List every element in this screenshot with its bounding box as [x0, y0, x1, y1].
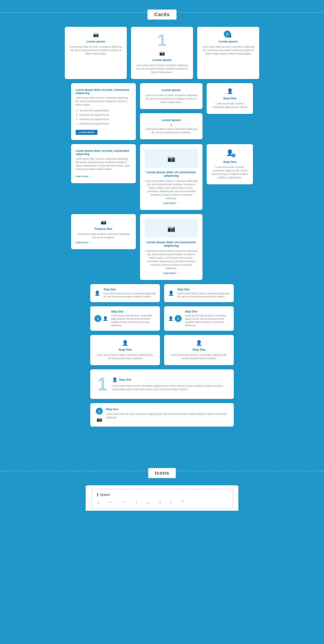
step-icon-wrap: 👤: [211, 88, 248, 94]
chevron-up-icon: ⌃: [181, 500, 184, 505]
hcard-title-1: Step One: [103, 288, 156, 291]
learn-more-button[interactable]: LEARN MORE: [76, 130, 97, 135]
card-lorem-2: Lorem ipsum Lorem ipsum dolor sit amet, …: [140, 83, 203, 109]
num-badge-3: 1: [175, 315, 182, 322]
icons-row: ↓ ← → ↑ ⌄ ‹ › ⌃: [97, 500, 227, 505]
card-step-one-small: 👤 Step One Lorem ipsum dolor sit amet, c…: [207, 83, 253, 114]
checklist-item-1: ✓Schedule your appointments: [76, 109, 131, 112]
big-num-title: Step One: [119, 378, 131, 381]
card-icon-wrap-2: 📷: [159, 50, 165, 56]
card-row3-title1: Lorem ipsum dolor sit amet, consectetur …: [76, 149, 131, 156]
card-title-row2-2: Lorem ipsum: [145, 88, 198, 92]
overlap-icons: 👤 1: [226, 149, 234, 156]
person-icon-s2: 👤: [169, 340, 229, 346]
card-title-row2-3: Lorem ipsum: [145, 118, 198, 122]
chevron-down-icon: ⌄: [147, 500, 150, 505]
learn-more-feature[interactable]: Learn more: [76, 241, 88, 244]
right-col: 👤 Step One Lorem ipsum dolor sit amet, c…: [207, 83, 253, 114]
system-label: System: [97, 493, 227, 496]
card-row-4: 📷 Feature One Lorem ipsum dolor sit amet…: [65, 214, 259, 280]
arrow-right-icon: →: [122, 500, 126, 505]
hcard-4: 👤 1 Step One Lorem ipsum dolor sit amet,…: [164, 306, 234, 331]
hcard-body-3: Lorem ipsum dolor sit amet, consectetur …: [111, 314, 156, 327]
person-icon-h3: 👤: [103, 316, 108, 321]
arrow-left-icon: ←: [108, 500, 113, 505]
hcard-body-1: Lorem ipsum dolor sit amet, consectetur …: [103, 292, 156, 298]
card-step-icon-1: 👤 Step One Lorem ipsum dolor sit amet, c…: [90, 335, 160, 365]
system-box: System ↓ ← → ↑ ⌄ ‹ › ⌃: [91, 489, 233, 509]
num-badge: 1: [232, 154, 235, 157]
step-icon-title-2: Step One: [169, 348, 229, 351]
main-content: 📷 Lorem ipsum Lorem ipsum dolor sit amet…: [58, 27, 266, 445]
hcard-icons-4: 👤 1: [168, 315, 182, 322]
check-icon-2: ✓: [76, 113, 78, 116]
big-num-text: 1: [97, 375, 108, 394]
card-body-row2-3: Lorem ipsum dolor sit amet, consectetur …: [145, 127, 198, 134]
card-badge-camera: 1 📷 Lorem ipsum Lorem ipsum dolor sit am…: [197, 27, 259, 79]
learn-more-link-3[interactable]: Learn more: [163, 272, 176, 274]
card-img-body-2: Lorem ipsum dolor sit amet, consectetur …: [145, 249, 198, 270]
arrow-down-icon: ↓: [97, 500, 99, 505]
person-icon-s1: 👤: [95, 340, 155, 346]
step-badge-icon-wrap: 👤 1: [211, 149, 248, 158]
checklist-card-title: Lorem ipsum dolor sit amet, consectetur …: [76, 88, 131, 95]
hcard-title-2: Step One: [177, 288, 230, 291]
checklist: ✓Schedule your appointments ✓Schedule yo…: [76, 109, 131, 125]
icons-section-title: Icons: [148, 468, 176, 478]
card-row3-body1: Lorem ipsum dolor sit amet, consectetur …: [76, 157, 131, 171]
checklist-item-3: ✓Schedule your appointments: [76, 118, 131, 121]
card-img-text-1: 📷 Lorem ipsum dolor sit consectetur adip…: [140, 144, 203, 210]
hcard-3: 1 👤 Step One Lorem ipsum dolor sit amet,…: [90, 306, 160, 331]
card-row-2: Lorem ipsum dolor sit amet, consectetur …: [65, 83, 259, 140]
hcard-content-2: Step One Lorem ipsum dolor sit amet, con…: [177, 288, 230, 298]
checklist-item-2: ✓Schedule your appointments: [76, 113, 131, 116]
feature-icon-wrap: 📷: [76, 219, 131, 225]
icons-section-header: Icons: [0, 458, 324, 485]
arrow-right-feature: →: [89, 241, 92, 244]
hcard-content-1: Step One Lorem ipsum dolor sit amet, con…: [103, 288, 156, 298]
cards-section-header: Cards: [0, 0, 324, 27]
badge-camera-icons: 1 📷: [96, 408, 103, 422]
learn-more-link-2[interactable]: Learn more: [163, 202, 176, 204]
arrow-up-icon: ↑: [135, 500, 137, 505]
hcard-icon-2: 👤: [168, 290, 174, 296]
badge-num-1: 1: [96, 408, 103, 415]
step-row-1: 👤 Step One Lorem ipsum dolor sit amet, c…: [90, 284, 234, 302]
feature-title: Feature One: [76, 227, 131, 230]
badge-camera-body: Lorem ipsum dolor sit amet, consectetur …: [106, 412, 228, 419]
card-feature: 📷 Feature One Lorem ipsum dolor sit amet…: [71, 214, 136, 249]
arrow-right-2: →: [177, 202, 179, 205]
card-title-1: Lorem ipsum: [69, 40, 122, 43]
camera-icon-feature: 📷: [101, 219, 106, 225]
card-icon-wrap: 📷: [69, 32, 122, 38]
camera-icon: 📷: [93, 32, 99, 38]
num-badge-2: 1: [94, 315, 101, 322]
card-bignum-camera: 1 📷 Lorem ipsum Lorem ipsum dolor sit am…: [131, 27, 193, 79]
chevron-left-icon: ‹: [159, 500, 161, 505]
card-body-2: Lorem ipsum dolor sit amet, consectetur …: [136, 64, 188, 74]
card-title-2: Lorem ipsum: [152, 58, 172, 62]
system-section: System ↓ ← → ↑ ⌄ ‹ › ⌃: [86, 485, 238, 511]
card-lorem-camera-1: 📷 Lorem ipsum Lorem ipsum dolor sit amet…: [65, 27, 127, 79]
number-badge-1: 1: [224, 30, 231, 38]
check-icon-4: ✓: [76, 122, 78, 125]
person-icon: 👤: [227, 88, 233, 94]
card-img-title-1: Lorem ipsum dolor sit consectetur adipis…: [145, 170, 198, 178]
step-icon-title-1: Step One: [95, 348, 155, 351]
badge-camera-content: Step One Lorem ipsum dolor sit amet, con…: [106, 408, 228, 419]
step-badge-body: Lorem ipsum dolor sit amet, consectetur …: [211, 166, 248, 179]
hcard-content-4: Step One Lorem ipsum dolor sit amet, con…: [185, 310, 230, 327]
hcard-body-4: Lorem ipsum dolor sit amet, consectetur …: [185, 314, 230, 327]
chevron-right-icon: ›: [170, 500, 172, 505]
card-body-3: Lorem ipsum dolor sit amet, consectetur …: [202, 45, 255, 56]
hcard-1: 👤 Step One Lorem ipsum dolor sit amet, c…: [90, 284, 160, 302]
learn-more-link-1[interactable]: Learn more: [76, 175, 88, 178]
arrow-right-3: →: [177, 272, 179, 275]
hcard-icon-1: 👤: [94, 290, 100, 296]
card-img-title-2: Lorem ipsum dolor sit consectetur adipis…: [145, 240, 198, 248]
card-img-body-1: Lorem ipsum dolor sit amet, consectetur …: [145, 179, 198, 200]
step-badge-title: Step One: [211, 160, 248, 164]
checklist-card-body: Lorem ipsum dolor sit amet, consectetur …: [76, 96, 131, 106]
img-icon-2: 📷: [167, 225, 176, 232]
hcard-body-2: Lorem ipsum dolor sit amet, consectetur …: [177, 292, 230, 298]
